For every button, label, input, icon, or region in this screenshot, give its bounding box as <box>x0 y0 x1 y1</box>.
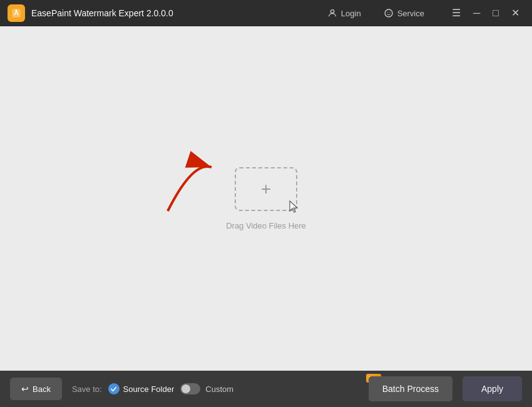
custom-toggle[interactable] <box>180 383 200 394</box>
login-button[interactable]: Login <box>322 6 366 21</box>
app-title: EasePaint Watermark Expert 2.0.0.0 <box>31 8 322 18</box>
service-button[interactable]: Service <box>379 6 429 21</box>
source-folder-option[interactable]: Source Folder <box>108 383 175 394</box>
drop-label: Drag Video Files Here <box>226 221 306 230</box>
app-logo <box>8 4 25 22</box>
plus-icon: + <box>261 180 271 198</box>
minimize-button[interactable]: ─ <box>468 6 485 21</box>
back-label: Back <box>33 384 51 394</box>
drop-zone[interactable]: + <box>235 167 297 211</box>
menu-button[interactable]: ☰ <box>447 6 466 21</box>
toggle-knob <box>182 384 190 393</box>
drop-zone-container: + Drag Video Files Here <box>226 167 306 230</box>
svg-point-2 <box>330 10 334 13</box>
batch-process-container: VIP Batch Process <box>369 376 453 401</box>
chat-icon <box>384 8 394 18</box>
arrow-indicator <box>155 148 230 224</box>
person-icon <box>327 8 337 18</box>
apply-label: Apply <box>481 384 503 394</box>
svg-point-3 <box>385 9 392 17</box>
close-button[interactable]: ✕ <box>506 6 524 21</box>
titlebar: EasePaint Watermark Expert 2.0.0.0 Login… <box>0 0 532 26</box>
save-to-section: Save to: Source Folder Custom <box>72 383 233 394</box>
back-button[interactable]: ↩ Back <box>10 378 62 400</box>
cursor-icon <box>289 200 301 215</box>
svg-point-5 <box>389 12 390 13</box>
back-icon: ↩ <box>21 384 29 394</box>
titlebar-actions: Login Service ☰ ─ □ ✕ <box>322 6 524 21</box>
bottombar: ↩ Back Save to: Source Folder Custom VIP… <box>0 371 532 407</box>
maximize-button[interactable]: □ <box>488 6 504 21</box>
source-folder-checkbox[interactable] <box>108 383 120 394</box>
apply-button[interactable]: Apply <box>463 376 522 401</box>
svg-point-4 <box>387 12 387 13</box>
main-content: + Drag Video Files Here <box>0 26 532 371</box>
window-controls: ☰ ─ □ ✕ <box>447 6 524 21</box>
batch-process-label: Batch Process <box>382 384 439 394</box>
batch-process-button[interactable]: Batch Process <box>369 376 453 401</box>
source-folder-label: Source Folder <box>123 384 175 394</box>
svg-point-1 <box>16 9 18 11</box>
save-to-label: Save to: <box>72 384 102 394</box>
custom-toggle-container[interactable]: Custom <box>180 383 233 394</box>
custom-label: Custom <box>205 384 233 394</box>
check-mark-icon <box>110 386 117 393</box>
